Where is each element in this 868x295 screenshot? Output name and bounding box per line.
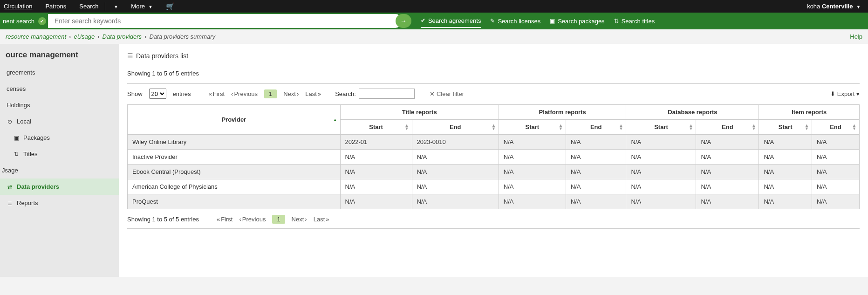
search-pill: nent search ✔ →: [0, 13, 411, 29]
col-group-item-reports: Item reports: [759, 105, 860, 120]
table-cell: ProQuest: [128, 194, 341, 209]
page-number[interactable]: 1: [264, 89, 277, 98]
col-label: End: [830, 123, 841, 130]
tab-search-packages[interactable]: ▣ Search packages: [550, 15, 604, 27]
sidebar-item-titles[interactable]: ⇅Titles: [0, 146, 119, 162]
nav-circulation[interactable]: Circulation: [4, 1, 39, 12]
col-platform-start[interactable]: Start▲▼: [499, 120, 566, 135]
col-database-end[interactable]: End▲▼: [696, 120, 759, 135]
brand-switcher[interactable]: koha Centerville ▼: [807, 3, 864, 10]
tab-label: Search licenses: [498, 18, 540, 25]
table-cell: 2023-0010: [412, 135, 499, 150]
sort-icon: ▲▼: [405, 124, 409, 130]
sidebar: ource management greements censes Holdin…: [0, 44, 119, 277]
first-page-button[interactable]: « First: [209, 90, 225, 97]
table-row[interactable]: ProQuestN/AN/AN/AN/AN/AN/AN/AN/A: [128, 194, 860, 209]
table-group-row: Provider ▲ Title reports Platform report…: [128, 105, 860, 120]
table-cell: N/A: [412, 165, 499, 179]
chevron-right-icon: ›: [144, 33, 146, 40]
pag-label: First: [221, 216, 232, 223]
col-item-start[interactable]: Start▲▼: [759, 120, 812, 135]
tab-search-agreements[interactable]: ✔ Search agreements: [421, 14, 481, 28]
table-head: Provider ▲ Title reports Platform report…: [128, 105, 860, 135]
tab-search-titles[interactable]: ⇅ Search titles: [614, 15, 655, 27]
search-scope[interactable]: nent search ✔: [0, 13, 51, 29]
table-cell: N/A: [412, 194, 499, 209]
next-page-button[interactable]: Next ›: [283, 90, 299, 97]
col-title-start[interactable]: Start▲▼: [340, 120, 412, 135]
sidebar-item-holdings[interactable]: Holdings: [0, 97, 119, 113]
crumb-data-providers[interactable]: Data providers: [103, 33, 142, 40]
search-scope-label: nent search: [3, 18, 34, 25]
previous-page-button[interactable]: ‹ Previous: [231, 90, 258, 97]
sort-icon: ▲▼: [492, 124, 496, 130]
crumb-resource-management[interactable]: resource management: [6, 33, 66, 40]
next-page-button[interactable]: Next ›: [292, 216, 307, 223]
table-cell: N/A: [499, 135, 566, 150]
check-circle-icon: ✔: [421, 17, 425, 24]
sidebar-item-reports[interactable]: ≣Reports: [0, 195, 119, 211]
col-provider[interactable]: Provider ▲: [128, 105, 341, 135]
sidebar-item-agreements[interactable]: greements: [0, 64, 119, 81]
table-search: Search:: [335, 89, 415, 99]
package-icon: ▣: [13, 135, 20, 141]
close-icon: ✕: [430, 90, 435, 97]
caret-down-icon: ▼: [856, 5, 861, 9]
first-page-button[interactable]: « First: [217, 216, 233, 223]
pencil-icon: ✎: [490, 18, 495, 24]
caret-down-icon: ▼: [149, 5, 153, 9]
last-page-button[interactable]: Last »: [305, 90, 321, 97]
table-cell: Inactive Provider: [128, 150, 341, 165]
col-item-end[interactable]: End▲▼: [812, 120, 859, 135]
sidebar-item-local[interactable]: ⊙Local: [0, 113, 119, 130]
sidebar-item-label: greements: [7, 69, 35, 76]
table-cell: Ebook Central (Proquest): [128, 165, 341, 179]
sort-icon: ⇅: [614, 18, 619, 24]
search-tabs: ✔ Search agreements ✎ Search licenses ▣ …: [421, 14, 655, 28]
tab-search-licenses[interactable]: ✎ Search licenses: [490, 15, 540, 27]
table-row[interactable]: Wiley Online Library2022-012023-0010N/AN…: [128, 135, 860, 150]
pag-label: Next: [292, 216, 304, 223]
crumb-eusage[interactable]: eUsage: [74, 33, 95, 40]
page-number[interactable]: 1: [272, 215, 285, 224]
search-input[interactable]: [48, 14, 402, 28]
table-cell: N/A: [499, 150, 566, 165]
table-cell: N/A: [812, 165, 859, 179]
sidebar-item-usage[interactable]: Jsage: [0, 162, 119, 178]
help-link[interactable]: Help: [850, 33, 862, 40]
pag-label: Last: [305, 90, 317, 97]
nav-left: Circulation Patrons Search ▼ More ▼ 🛒: [4, 0, 181, 13]
sidebar-item-label: Local: [17, 118, 31, 125]
table-controls-bottom: Showing 1 to 5 of 5 entries « First ‹ Pr…: [127, 209, 860, 226]
divider: [127, 83, 860, 84]
data-providers-list-link[interactable]: ☰ Data providers list: [127, 50, 860, 67]
sidebar-item-data-providers[interactable]: ⇄Data providers: [0, 178, 119, 195]
main-layout: ource management greements censes Holdin…: [0, 44, 868, 277]
table-row[interactable]: Inactive ProviderN/AN/AN/AN/AN/AN/AN/AN/…: [128, 150, 860, 165]
sidebar-item-label: Reports: [17, 199, 38, 206]
table-search-input[interactable]: [359, 89, 415, 99]
data-table: Provider ▲ Title reports Platform report…: [127, 104, 860, 209]
previous-page-button[interactable]: ‹ Previous: [239, 216, 266, 223]
table-cell: N/A: [412, 150, 499, 165]
nav-patrons[interactable]: Patrons: [39, 1, 73, 12]
cart-icon[interactable]: 🛒: [159, 0, 181, 13]
sidebar-item-licenses[interactable]: censes: [0, 81, 119, 97]
entries-select[interactable]: 20: [149, 89, 166, 99]
col-title-end[interactable]: End▲▼: [412, 120, 499, 135]
package-icon: ▣: [550, 18, 555, 24]
sidebar-item-packages[interactable]: ▣Packages: [0, 130, 119, 146]
export-button[interactable]: ⬇ Export ▾: [830, 90, 860, 97]
nav-search[interactable]: Search: [73, 1, 105, 12]
table-cell: N/A: [566, 165, 626, 179]
table-row[interactable]: Ebook Central (Proquest)N/AN/AN/AN/AN/AN…: [128, 165, 860, 179]
sort-icon: ▲▼: [752, 124, 756, 130]
clear-filter-button[interactable]: ✕ Clear filter: [430, 90, 464, 97]
col-platform-end[interactable]: End▲▼: [566, 120, 626, 135]
table-row[interactable]: American College of PhysiciansN/AN/AN/AN…: [128, 179, 860, 194]
last-page-button[interactable]: Last »: [314, 216, 329, 223]
nav-caret-dropdown[interactable]: ▼: [105, 1, 124, 12]
col-database-start[interactable]: Start▲▼: [626, 120, 696, 135]
nav-more[interactable]: More ▼: [124, 1, 159, 12]
search-submit-button[interactable]: →: [396, 14, 411, 28]
